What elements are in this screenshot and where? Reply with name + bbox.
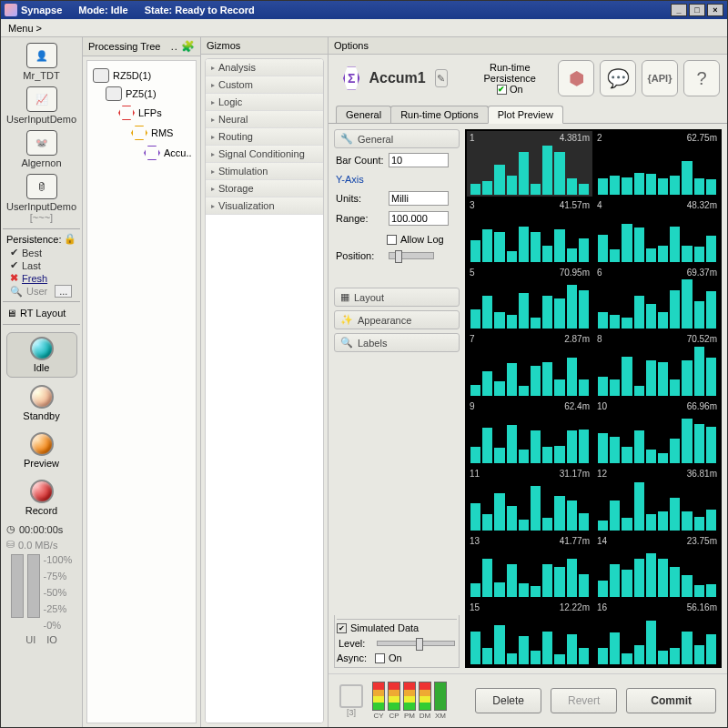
resource-led-label: CY xyxy=(372,712,385,720)
delete-button[interactable]: Delete xyxy=(475,688,541,713)
plot-cell[interactable]: 1066.96m xyxy=(594,399,720,465)
gizmo-category[interactable]: ▸Analysis xyxy=(206,59,323,76)
menu-dropdown[interactable]: Menu > xyxy=(8,23,42,34)
section-layout[interactable]: ▦Layout xyxy=(334,288,460,307)
persist-last[interactable]: ✔Last xyxy=(10,259,41,271)
plot-bars xyxy=(470,543,589,598)
bar-count-input[interactable] xyxy=(389,153,449,167)
plot-cell[interactable]: 570.95m xyxy=(467,266,592,331)
tab-runtime[interactable]: Run-time Options xyxy=(390,106,489,123)
tree-body[interactable]: RZ5D(1)PZ5(1)LFPsRMSAccu.. xyxy=(86,60,197,723)
plot-cell[interactable]: 72.87m xyxy=(467,332,592,398)
persist-browse-button[interactable]: ... xyxy=(55,285,72,298)
section-general[interactable]: 🔧General xyxy=(334,129,460,148)
minimize-button[interactable]: _ xyxy=(671,4,687,16)
plot-cell[interactable]: 341.57m xyxy=(467,198,592,264)
tab-general[interactable]: General xyxy=(336,106,391,123)
device-icon xyxy=(106,86,122,101)
gizmo-category[interactable]: ▸Stimulation xyxy=(206,163,323,180)
rail-item-experiment[interactable]: 📈 UserInputDemo xyxy=(5,85,78,126)
level-slider[interactable] xyxy=(377,641,455,646)
mode-idle-button[interactable]: Idle xyxy=(6,332,77,378)
units-input[interactable] xyxy=(389,191,449,206)
plot-bars xyxy=(598,610,716,664)
tree-options-button[interactable]: .. xyxy=(171,41,178,52)
plot-cell[interactable]: 669.37m xyxy=(594,266,720,331)
close-button[interactable]: × xyxy=(707,4,723,16)
async-on-label: On xyxy=(389,652,402,663)
plot-number: 13 xyxy=(470,536,480,546)
tree-node[interactable]: LFPs xyxy=(118,105,194,121)
persist-fresh[interactable]: ✖Fresh xyxy=(10,272,47,284)
position-label: Position: xyxy=(336,250,385,261)
persist-user[interactable]: 🔍User... xyxy=(10,285,72,298)
maximize-button[interactable]: □ xyxy=(689,4,705,16)
options-panel: Options Σ Accum1 ✎ Run-time Persistence … xyxy=(329,37,727,727)
plot-cell[interactable]: 1236.81m xyxy=(594,467,720,532)
allow-log-label: Allow Log xyxy=(400,234,444,245)
runtime-persistence: Run-time Persistence ✔On xyxy=(484,62,536,95)
plot-cell[interactable]: 14.381m xyxy=(467,131,592,197)
tree-node[interactable]: RZ5D(1) xyxy=(93,68,194,83)
plot-cell[interactable]: 870.52m xyxy=(594,332,720,398)
rename-button[interactable]: ✎ xyxy=(435,69,448,87)
mode-standby-button[interactable]: Standby xyxy=(6,381,77,425)
rail-item-tank[interactable]: 🛢 UserInputDemo [~~~] xyxy=(5,172,78,225)
plot-value: 41.57m xyxy=(560,200,590,210)
plot-preview-grid[interactable]: 14.381m262.75m341.57m448.32m570.95m669.3… xyxy=(465,129,722,668)
tab-plot-preview[interactable]: Plot Preview xyxy=(488,106,563,124)
gizmo-category[interactable]: ▸Neural xyxy=(206,111,323,128)
plot-cell[interactable]: 962.4m xyxy=(467,399,592,465)
plot-value: 31.17m xyxy=(560,469,590,479)
plot-cell[interactable]: 1656.16m xyxy=(594,601,720,666)
rail-item-user[interactable]: 👤 Mr_TDT xyxy=(5,41,78,83)
chevron-right-icon: ▸ xyxy=(211,116,215,124)
gizmo-category[interactable]: ▸Visualization xyxy=(206,197,323,215)
tree-node[interactable]: RMS xyxy=(131,125,194,141)
section-labels[interactable]: 🔍Labels xyxy=(334,333,460,352)
gizmo-category[interactable]: ▸Storage xyxy=(206,180,323,197)
plot-value: 2.87m xyxy=(564,334,590,344)
tree-node-label: RMS xyxy=(151,127,173,138)
app-icon xyxy=(5,4,17,16)
runtime-persist-checkbox[interactable]: ✔ xyxy=(497,85,507,95)
plot-value: 70.95m xyxy=(560,268,590,278)
plot-cell[interactable]: 262.75m xyxy=(594,131,720,197)
gizmo-category[interactable]: ▸Signal Conditioning xyxy=(206,146,323,163)
allow-log-checkbox[interactable] xyxy=(387,235,397,245)
gizmo-category[interactable]: ▸Logic xyxy=(206,94,323,111)
rail-item-subject[interactable]: 🐭 Algernon xyxy=(5,128,78,170)
plot-cell[interactable]: 448.32m xyxy=(594,198,720,264)
tree-node-label: PZ5(1) xyxy=(126,88,157,99)
resource-led xyxy=(403,682,416,711)
mode-record-button[interactable]: Record xyxy=(6,476,77,520)
async-checkbox[interactable] xyxy=(375,653,385,663)
plot-cell[interactable]: 1341.77m xyxy=(467,534,592,600)
api-button[interactable]: {API} xyxy=(642,60,678,96)
plot-bars xyxy=(598,543,716,598)
plot-cell[interactable]: 1512.22m xyxy=(467,601,592,666)
gizmo-category[interactable]: ▸Routing xyxy=(206,128,323,146)
commit-button[interactable]: Commit xyxy=(626,688,716,713)
rt-layout-button[interactable]: 🖥 RT Layout xyxy=(3,306,80,320)
position-slider[interactable] xyxy=(389,252,434,259)
simulated-data-checkbox[interactable]: ✔ xyxy=(337,623,347,633)
help-button[interactable]: ? xyxy=(683,60,720,96)
plot-cell[interactable]: 1131.17m xyxy=(467,467,592,532)
idle-orb-icon xyxy=(30,337,54,360)
plot-number: 8 xyxy=(597,334,602,344)
section-appearance[interactable]: ✨Appearance xyxy=(334,310,460,329)
clock-icon: ◷ xyxy=(6,523,15,535)
persist-best[interactable]: ✔Best xyxy=(10,247,42,258)
chat-button[interactable]: 💬 xyxy=(600,60,636,96)
range-input[interactable] xyxy=(389,211,449,226)
tree-node[interactable]: PZ5(1) xyxy=(106,86,194,101)
mode-preview-button[interactable]: Preview xyxy=(6,429,77,472)
hardware-button[interactable]: ⬢ xyxy=(558,60,594,96)
plot-cell[interactable]: 1423.75m xyxy=(594,534,720,600)
gizmo-category[interactable]: ▸Custom xyxy=(206,76,323,94)
plot-value: 62.75m xyxy=(687,133,717,143)
puzzle-icon[interactable]: 🧩 xyxy=(181,40,195,53)
tree-node[interactable]: Accu.. xyxy=(144,145,194,161)
revert-button[interactable]: Revert xyxy=(551,688,617,713)
